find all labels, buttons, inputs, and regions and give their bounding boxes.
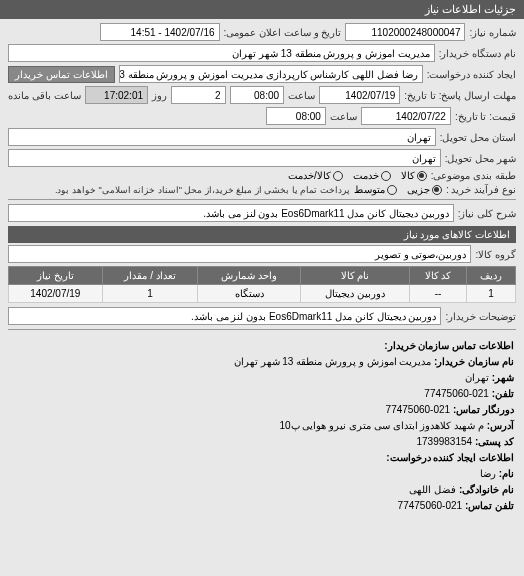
- days-label: روز: [152, 90, 167, 101]
- radio-goods-label: کالا: [401, 170, 415, 181]
- col-row: ردیف: [466, 267, 515, 285]
- postal-label: کد پستی:: [475, 436, 514, 447]
- radio-medium[interactable]: متوسط: [354, 184, 397, 195]
- radio-circle-icon: [387, 185, 397, 195]
- family-value: فضل اللهی: [409, 484, 456, 495]
- price-to-label: قیمت: تا تاریخ:: [455, 111, 516, 122]
- desc-field: دوربین دیجیتال کانن مدل Eos6Dmark11 بدون…: [8, 204, 454, 222]
- radio-goods[interactable]: کالا: [401, 170, 427, 181]
- cell-date: 1402/07/19: [9, 285, 103, 303]
- radio-service[interactable]: خدمت: [353, 170, 391, 181]
- family-label: نام خانوادگی:: [459, 484, 514, 495]
- device-label: نام دستگاه خریدار:: [439, 48, 516, 59]
- col-date: تاریخ نیاز: [9, 267, 103, 285]
- time-label-1: ساعت: [288, 90, 315, 101]
- requester-label: ایجاد کننده درخواست:: [427, 69, 516, 80]
- days-value: 2: [171, 86, 226, 104]
- radio-both[interactable]: کالا/خدمت: [288, 170, 343, 181]
- price-to-time: 08:00: [266, 107, 326, 125]
- deadline-from-date: 1402/07/19: [319, 86, 400, 104]
- address-value: م شهید کلاهدوز ابتدای سی متری نیرو هوایی…: [280, 420, 484, 431]
- request-no-field: 1102000248000047: [345, 23, 465, 41]
- org-label: نام سازمان خریدار:: [434, 356, 514, 367]
- name-value: رضا: [480, 468, 496, 479]
- announce-label: تاریخ و ساعت اعلان عمومی:: [224, 27, 342, 38]
- goods-section-header: اطلاعات کالاهای مورد نیاز: [8, 226, 516, 243]
- contact-button[interactable]: اطلاعات تماس خریدار: [8, 66, 115, 83]
- goods-table: ردیف کد کالا نام کالا واحد شمارش تعداد /…: [8, 266, 516, 303]
- requester-field: رضا فضل اللهی کارشناس کارپردازی مدیریت ا…: [119, 65, 423, 83]
- deadline-from-label: مهلت ارسال پاسخ: تا تاریخ:: [404, 90, 516, 101]
- phone2-value: 021-77475060: [398, 500, 463, 511]
- table-row: 1 -- دوربین دیجیتال دستگاه 1 1402/07/19: [9, 285, 516, 303]
- group-field: دوربین،صوتی و تصویر: [8, 245, 471, 263]
- radio-small[interactable]: جزیی: [407, 184, 442, 195]
- time-label-2: ساعت: [330, 111, 357, 122]
- announce-field: 1402/07/16 - 14:51: [100, 23, 220, 41]
- city-label: شهر:: [492, 372, 514, 383]
- group-label: گروه کالا:: [475, 249, 516, 260]
- col-name: نام کالا: [301, 267, 410, 285]
- delivery-state-field: تهران: [8, 128, 436, 146]
- delivery-city-field: تهران: [8, 149, 441, 167]
- delivery-city-label: شهر محل تحویل:: [445, 153, 516, 164]
- buyer-note-field: دوربین دیجیتال کانن مدل Eos6Dmark11 بدون…: [8, 307, 441, 325]
- panel-title: جزئیات اطلاعات نیاز: [425, 3, 516, 15]
- cell-code: --: [410, 285, 467, 303]
- contact-info-block: اطلاعات تماس سازمان خریدار: نام سازمان خ…: [8, 334, 516, 518]
- city-value: تهران: [465, 372, 489, 383]
- deadline-from-time: 08:00: [230, 86, 285, 104]
- remaining-value: 17:02:01: [85, 86, 148, 104]
- radio-service-label: خدمت: [353, 170, 379, 181]
- category-radio-group: کالا خدمت کالا/خدمت: [288, 170, 427, 181]
- radio-both-label: کالا/خدمت: [288, 170, 331, 181]
- desc-label: شرح کلی نیاز:: [458, 208, 516, 219]
- radio-circle-icon: [333, 171, 343, 181]
- contact-section-title: اطلاعات تماس سازمان خریدار:: [384, 340, 514, 351]
- col-unit: واحد شمارش: [198, 267, 301, 285]
- address-label: آدرس:: [487, 420, 514, 431]
- cell-name: دوربین دیجیتال: [301, 285, 410, 303]
- process-label: نوع فرآیند خرید :: [446, 184, 516, 195]
- phone-label: تلفن:: [492, 388, 514, 399]
- org-value: مدیریت اموزش و پرورش منطقه 13 شهر تهران: [234, 356, 432, 367]
- cell-unit: دستگاه: [198, 285, 301, 303]
- radio-circle-icon: [381, 171, 391, 181]
- creator-section-title: اطلاعات ایجاد کننده درخواست:: [386, 452, 514, 463]
- col-qty: تعداد / مقدار: [102, 267, 198, 285]
- remaining-label: ساعت باقی مانده: [8, 90, 81, 101]
- postal-value: 1739983154: [416, 436, 472, 447]
- cell-qty: 1: [102, 285, 198, 303]
- name-label: نام:: [499, 468, 514, 479]
- fax-value: 021-77475060: [386, 404, 451, 415]
- radio-small-label: جزیی: [407, 184, 430, 195]
- process-radio-group: جزیی متوسط: [354, 184, 442, 195]
- col-code: کد کالا: [410, 267, 467, 285]
- cell-row: 1: [466, 285, 515, 303]
- panel-header: جزئیات اطلاعات نیاز: [0, 0, 524, 19]
- buyer-note-label: توضیحات خریدار:: [445, 311, 516, 322]
- fax-label: دورنگار تماس:: [453, 404, 514, 415]
- request-no-label: شماره نیاز:: [469, 27, 516, 38]
- process-note: پرداخت تمام یا بخشی از مبلغ خرید،از محل …: [55, 185, 350, 195]
- price-to-date: 1402/07/22: [361, 107, 451, 125]
- radio-medium-label: متوسط: [354, 184, 385, 195]
- delivery-state-label: استان محل تحویل:: [440, 132, 516, 143]
- radio-circle-icon: [417, 171, 427, 181]
- device-field: مدیریت اموزش و پرورش منطقه 13 شهر تهران: [8, 44, 435, 62]
- radio-circle-icon: [432, 185, 442, 195]
- phone2-label: تلفن تماس:: [465, 500, 514, 511]
- category-label: طبقه بندی موضوعی:: [431, 170, 516, 181]
- phone-value: 021-77475060: [424, 388, 489, 399]
